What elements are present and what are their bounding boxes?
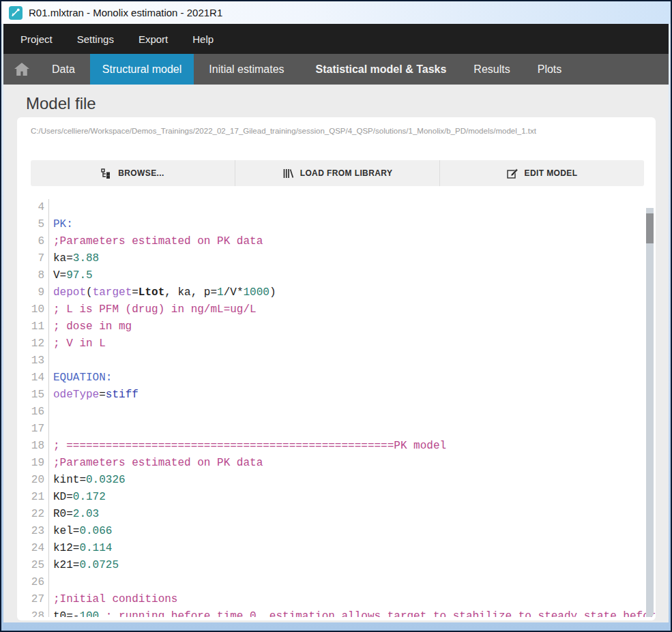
line-number: 5	[17, 216, 49, 233]
code-line-25: 25k21=0.0725	[17, 557, 656, 574]
code-text: k21=0.0725	[53, 557, 119, 574]
page-title: Model file	[26, 94, 96, 113]
button-label: EDIT MODEL	[525, 168, 578, 178]
code-line-16: 16	[17, 404, 656, 421]
line-number: 7	[17, 250, 49, 267]
tab-initial-estimates[interactable]: Initial estimates	[196, 54, 296, 85]
line-number: 16	[17, 404, 49, 421]
menu-bar: ProjectSettingsExportHelp	[3, 24, 669, 54]
menu-item-settings[interactable]: Settings	[77, 33, 114, 45]
tab-data[interactable]: Data	[40, 54, 87, 85]
code-text: odeType=stiff	[53, 387, 138, 404]
code-token: target	[93, 286, 132, 299]
code-token: 0.0326	[86, 474, 126, 486]
app-body: ProjectSettingsExportHelp DataStructural…	[3, 24, 669, 622]
line-number: 17	[17, 421, 49, 438]
code-line-23: 23kel=0.066	[17, 523, 656, 540]
tab-bar: DataStructural modelInitial estimatesSta…	[3, 54, 669, 85]
line-number: 6	[17, 233, 49, 250]
code-line-14: 14EQUATION:	[17, 370, 656, 387]
tab-statistical-model-tasks[interactable]: Statistical model & Tasks	[304, 54, 459, 85]
code-token: KD=	[53, 491, 73, 503]
line-number: 28	[17, 608, 49, 617]
code-text: PK:	[53, 216, 73, 233]
line-number: 15	[17, 387, 49, 404]
code-text: V=97.5	[53, 267, 93, 284]
code-token: 97.5	[66, 269, 92, 282]
code-editor[interactable]: 45PK:6;Parameters estimated on PK data7k…	[17, 196, 656, 617]
line-number: 27	[17, 591, 49, 608]
edit-pencil-icon	[507, 168, 518, 179]
code-text: ;Initial conditions	[53, 591, 177, 608]
line-number: 25	[17, 557, 49, 574]
code-token: odeType	[53, 389, 99, 401]
menu-item-project[interactable]: Project	[20, 33, 53, 45]
code-token: ; V in L	[53, 337, 106, 350]
code-line-18: 18; ====================================…	[17, 438, 656, 455]
line-number: 23	[17, 523, 49, 540]
code-text: t0=-100 ; running before time 0, estimat…	[53, 608, 656, 617]
code-token: 0.172	[73, 491, 106, 503]
button-browse[interactable]: BROWSE...	[31, 160, 235, 186]
line-number: 12	[17, 335, 49, 352]
code-line-26: 26	[17, 574, 656, 591]
code-token: 0.0725	[79, 559, 119, 571]
library-icon	[282, 168, 294, 179]
home-tab[interactable]	[3, 54, 40, 85]
button-load-from-library[interactable]: LOAD FROM LIBRARY	[235, 160, 440, 186]
button-label: LOAD FROM LIBRARY	[300, 168, 393, 178]
line-number: 21	[17, 489, 49, 506]
menu-item-export[interactable]: Export	[138, 33, 168, 45]
code-text: ka=3.88	[53, 250, 99, 267]
code-token: ; running before time 0, estimation allo…	[99, 610, 656, 617]
code-line-4: 4	[17, 199, 656, 216]
editor-scrollbar-thumb[interactable]	[646, 213, 654, 243]
code-line-24: 24k12=0.114	[17, 540, 656, 557]
code-line-28: 28t0=-100 ; running before time 0, estim…	[17, 608, 656, 617]
code-token: 2.03	[73, 508, 99, 520]
code-token: =	[99, 389, 106, 401]
home-icon	[14, 62, 30, 76]
code-token: ; ======================================…	[53, 440, 446, 452]
code-token: 1000	[243, 286, 269, 299]
code-token: 0.066	[79, 525, 112, 537]
tab-structural-model[interactable]: Structural model	[90, 54, 194, 85]
tab-plots[interactable]: Plots	[525, 54, 574, 85]
code-token: k21=	[53, 559, 79, 571]
code-text: EQUATION:	[53, 370, 112, 387]
code-line-6: 6;Parameters estimated on PK data	[17, 233, 656, 250]
code-text: depot(target=Ltot, ka, p=1/V*1000)	[53, 284, 276, 301]
code-line-22: 22R0=2.03	[17, 506, 656, 523]
model-file-card: C:/Users/celliere/Workspace/Demos_Traini…	[17, 117, 656, 620]
code-token: 0.114	[79, 542, 112, 554]
code-line-10: 10; L is PFM (drug) in ng/mL=ug/L	[17, 301, 656, 318]
line-number: 11	[17, 318, 49, 335]
model-buttons: BROWSE...LOAD FROM LIBRARYEDIT MODEL	[31, 160, 644, 186]
menu-item-help[interactable]: Help	[192, 33, 214, 45]
line-number: 24	[17, 540, 49, 557]
code-token: ; dose in mg	[53, 320, 132, 333]
button-edit-model[interactable]: EDIT MODEL	[440, 160, 644, 186]
code-token: PK:	[53, 218, 73, 230]
monolix-logo-icon	[9, 6, 23, 20]
code-text: k12=0.114	[53, 540, 112, 557]
code-token: =	[132, 286, 138, 299]
line-number: 8	[17, 267, 49, 284]
code-line-15: 15odeType=stiff	[17, 387, 656, 404]
code-token: Ltot	[138, 286, 164, 299]
code-line-27: 27;Initial conditions	[17, 591, 656, 608]
tab-results[interactable]: Results	[461, 54, 522, 85]
main-content: Model file C:/Users/celliere/Workspace/D…	[3, 85, 669, 622]
code-text: kel=0.066	[53, 523, 112, 540]
code-text: ; dose in mg	[53, 318, 132, 335]
code-line-21: 21KD=0.172	[17, 489, 656, 506]
code-line-20: 20kint=0.0326	[17, 472, 656, 489]
window-title: R01.mlxtran - Monolix estimation - 2021R…	[29, 7, 222, 18]
line-number: 9	[17, 284, 49, 301]
code-token: (	[86, 286, 93, 299]
code-token: V=	[53, 269, 66, 282]
code-token: 3.88	[73, 252, 99, 265]
editor-scrollbar-track[interactable]	[646, 208, 654, 617]
line-number: 20	[17, 472, 49, 489]
code-token: EQUATION:	[53, 372, 112, 384]
